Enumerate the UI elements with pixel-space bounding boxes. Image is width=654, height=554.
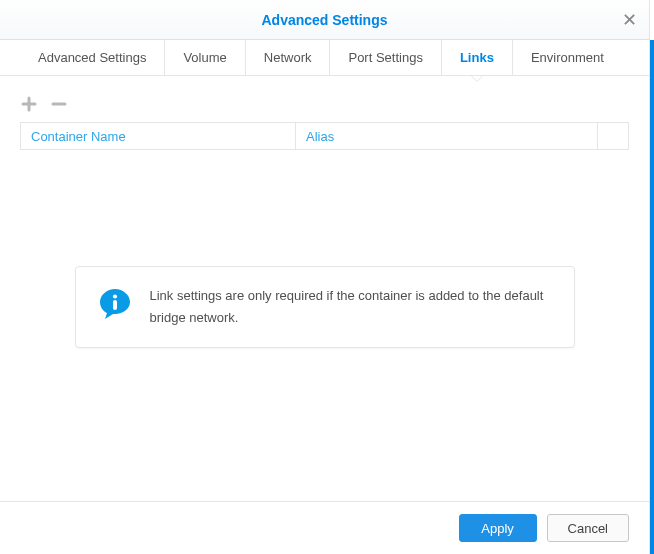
tab-environment[interactable]: Environment bbox=[513, 40, 622, 75]
svg-point-0 bbox=[112, 294, 116, 298]
tab-content: Container Name Alias Link settings are o… bbox=[0, 76, 649, 501]
titlebar: Advanced Settings ✕ bbox=[0, 0, 649, 40]
column-label: Container Name bbox=[31, 129, 126, 144]
apply-button[interactable]: Apply bbox=[459, 514, 537, 542]
info-message: Link settings are only required if the c… bbox=[150, 285, 552, 329]
svg-rect-1 bbox=[113, 300, 117, 310]
cancel-button[interactable]: Cancel bbox=[547, 514, 629, 542]
close-icon[interactable]: ✕ bbox=[622, 11, 637, 29]
table-header: Container Name Alias bbox=[20, 122, 629, 150]
info-card: Link settings are only required if the c… bbox=[75, 266, 575, 348]
tab-network[interactable]: Network bbox=[246, 40, 331, 75]
dialog-footer: Apply Cancel bbox=[0, 501, 649, 554]
tab-advanced-settings[interactable]: Advanced Settings bbox=[20, 40, 165, 75]
add-icon[interactable] bbox=[20, 95, 38, 113]
tab-label: Environment bbox=[531, 50, 604, 65]
tab-port-settings[interactable]: Port Settings bbox=[330, 40, 441, 75]
column-container-name[interactable]: Container Name bbox=[21, 123, 296, 149]
dialog-window: Advanced Settings ✕ Advanced Settings Vo… bbox=[0, 0, 650, 554]
dialog-title: Advanced Settings bbox=[261, 12, 387, 28]
tab-links[interactable]: Links bbox=[442, 40, 513, 75]
button-label: Cancel bbox=[568, 521, 608, 536]
background-edge bbox=[650, 40, 654, 554]
column-label: Alias bbox=[306, 129, 334, 144]
toolbar bbox=[20, 86, 629, 122]
remove-icon[interactable] bbox=[50, 95, 68, 113]
tab-label: Links bbox=[460, 50, 494, 65]
tab-label: Network bbox=[264, 50, 312, 65]
tab-label: Advanced Settings bbox=[38, 50, 146, 65]
column-alias[interactable]: Alias bbox=[296, 123, 598, 149]
tab-bar: Advanced Settings Volume Network Port Se… bbox=[0, 40, 649, 76]
info-icon bbox=[98, 287, 132, 324]
tab-label: Port Settings bbox=[348, 50, 422, 65]
tab-label: Volume bbox=[183, 50, 226, 65]
tab-volume[interactable]: Volume bbox=[165, 40, 245, 75]
button-label: Apply bbox=[481, 521, 514, 536]
